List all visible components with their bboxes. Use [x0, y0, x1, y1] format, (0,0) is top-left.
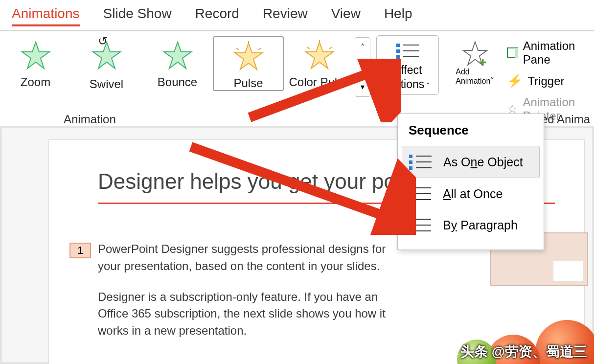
paragraph-1: PowerPoint Designer suggests professiona…	[98, 241, 398, 275]
option-all-at-once[interactable]: All at Once	[398, 178, 544, 209]
svg-rect-22	[409, 155, 412, 158]
svg-line-6	[236, 48, 239, 50]
ribbon-tabs: Animations Slide Show Record Review View…	[0, 0, 594, 31]
effect-options-icon	[394, 41, 421, 60]
svg-rect-13	[396, 49, 400, 53]
svg-rect-28	[409, 186, 412, 190]
gallery-label: Zoom	[21, 75, 50, 89]
svg-rect-11	[396, 44, 400, 47]
gallery-scroll: ˄ ˅ ▾	[355, 37, 370, 97]
chevron-down-icon: ˅	[426, 82, 430, 90]
svg-rect-26	[409, 166, 412, 170]
gallery-item-color-pulse[interactable]: Color Pulse	[284, 36, 355, 91]
sequence-icon	[409, 153, 432, 171]
tab-animations[interactable]: Animations	[12, 6, 80, 26]
gallery-item-swivel[interactable]: ↺ Swivel	[71, 36, 142, 91]
slide-body-text[interactable]: PowerPoint Designer suggests professiona…	[98, 241, 398, 353]
tab-slideshow[interactable]: Slide Show	[103, 6, 172, 26]
svg-rect-24	[409, 160, 412, 164]
svg-line-10	[307, 47, 310, 49]
watermark-text: 头条 @劳资、蜀道三	[460, 342, 587, 361]
add-animation-label-1: Add	[456, 68, 469, 76]
animation-pane-button[interactable]: Animation Pane	[507, 39, 594, 67]
add-animation-button[interactable]: AddAnimation˅	[447, 35, 503, 89]
gallery-scroll-down[interactable]: ˅	[355, 57, 370, 77]
add-animation-icon	[460, 40, 490, 68]
add-animation-label-2: Animation	[456, 77, 490, 85]
sequence-icon	[409, 216, 431, 234]
svg-rect-32	[409, 198, 412, 202]
chevron-down-icon: ˅	[490, 77, 494, 85]
sequence-icon	[409, 185, 431, 203]
svg-rect-30	[409, 192, 412, 196]
tab-record[interactable]: Record	[195, 6, 239, 26]
gallery-item-zoom[interactable]: Zoom	[0, 36, 71, 91]
animation-gallery: Zoom ↺ Swivel Bounce Pulse Color Pulse	[0, 31, 355, 91]
svg-rect-34	[409, 218, 412, 221]
svg-rect-38	[409, 229, 412, 233]
effect-options-dropdown: Sequence As One Object All at Once By Pa…	[397, 114, 544, 250]
svg-marker-0	[22, 42, 49, 68]
effect-options-label-1: Effect	[393, 64, 422, 76]
svg-marker-2	[164, 42, 191, 68]
option-as-one-object[interactable]: As One Object	[402, 146, 540, 178]
effect-options-button[interactable]: EffectOptions˅	[376, 35, 439, 95]
svg-rect-36	[409, 224, 412, 227]
star-icon	[304, 40, 335, 71]
animation-pane-icon	[507, 47, 518, 58]
gallery-label: Pulse	[233, 76, 263, 90]
star-icon	[233, 41, 264, 72]
gallery-item-bounce[interactable]: Bounce	[142, 36, 213, 91]
gallery-label: Color Pulse	[289, 75, 349, 89]
svg-marker-7	[306, 42, 333, 68]
gallery-label: Bounce	[158, 75, 197, 89]
tab-help[interactable]: Help	[384, 6, 412, 26]
star-icon	[162, 40, 193, 71]
option-by-paragraph[interactable]: By Paragraph	[398, 209, 544, 241]
effect-options-label-2: Options	[386, 78, 424, 91]
animation-order-tag[interactable]: 1	[69, 243, 91, 258]
advanced-animation-list: Animation Pane ⚡Trigger ☆Animation Paint…	[507, 31, 594, 123]
svg-rect-15	[396, 55, 400, 59]
gallery-label: Swivel	[90, 77, 123, 91]
gallery-expand[interactable]: ▾	[355, 77, 370, 96]
tab-review[interactable]: Review	[263, 6, 308, 26]
lightning-icon: ⚡	[507, 73, 523, 89]
group-label-animation: Animation	[64, 113, 116, 126]
trigger-button[interactable]: ⚡Trigger	[507, 73, 594, 89]
svg-line-5	[258, 48, 261, 50]
swivel-arc-icon: ↺	[98, 34, 108, 48]
paragraph-2: Designer is a subscription-only feature.…	[98, 289, 398, 340]
gallery-scroll-up[interactable]: ˄	[355, 38, 370, 57]
svg-rect-21	[515, 48, 518, 58]
tab-view[interactable]: View	[331, 6, 361, 26]
svg-line-9	[329, 47, 332, 49]
star-icon	[20, 40, 51, 71]
dropdown-header: Sequence	[398, 121, 544, 146]
svg-marker-3	[235, 43, 262, 69]
gallery-item-pulse[interactable]: Pulse	[213, 36, 284, 91]
